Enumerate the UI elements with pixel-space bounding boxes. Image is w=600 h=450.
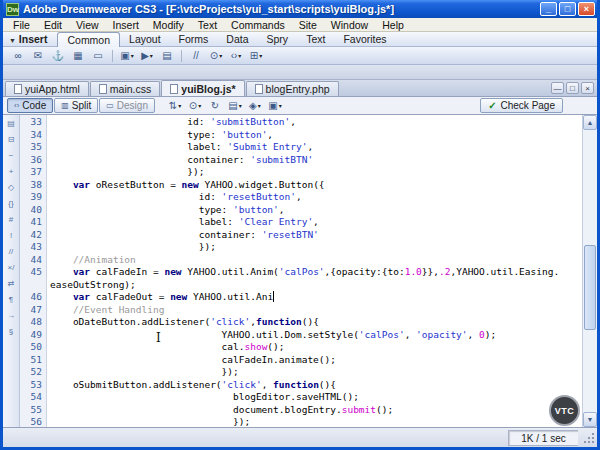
code-line[interactable]: type: 'button', xyxy=(50,129,582,142)
doc-tab-yuiapp-html[interactable]: yuiApp.html xyxy=(5,81,89,96)
insert-tab-text[interactable]: Text xyxy=(297,32,334,46)
menu-item-text[interactable]: Text xyxy=(191,19,224,31)
menu-item-site[interactable]: Site xyxy=(292,19,324,31)
collapse-full-tag-icon[interactable]: ⊟ xyxy=(4,133,18,146)
code-view-button[interactable]: ‹›Code xyxy=(7,98,53,113)
code-line[interactable]: }); xyxy=(50,241,582,254)
named-anchor-icon[interactable]: ⚓ xyxy=(49,48,67,64)
scroll-down-icon[interactable]: ▼ xyxy=(583,412,597,427)
table-icon[interactable]: ▦ xyxy=(69,48,87,64)
resize-grip[interactable] xyxy=(582,430,597,446)
insert-tab-spry[interactable]: Spry xyxy=(258,32,298,46)
code-line[interactable]: calFadeIn.animate(); xyxy=(50,354,582,367)
menu-item-view[interactable]: View xyxy=(69,19,106,31)
code-line[interactable]: id: 'submitButton', xyxy=(50,116,582,129)
code-line[interactable]: container: 'submitBTN' xyxy=(50,154,582,167)
apply-comment-icon[interactable]: // xyxy=(4,245,18,258)
validate-markup-icon[interactable]: ▣▾ xyxy=(266,98,284,114)
scrollbar-thumb[interactable] xyxy=(584,245,596,330)
code-line[interactable]: document.blogEntry.submit(); xyxy=(50,404,582,417)
code-line[interactable]: blogEditor.saveHTML(); xyxy=(50,391,582,404)
menu-item-help[interactable]: Help xyxy=(375,19,411,31)
code-line[interactable]: oDateButton.addListener('click',function… xyxy=(50,316,582,329)
code-line[interactable]: //Animation xyxy=(50,254,582,267)
maximize-button[interactable]: □ xyxy=(559,2,576,16)
indent-icon[interactable]: → xyxy=(4,309,18,322)
remove-comment-icon[interactable]: ×/ xyxy=(4,261,18,274)
doc-tab-main-css[interactable]: main.css xyxy=(90,81,160,96)
format-source-icon[interactable]: § xyxy=(4,325,18,338)
preview-in-browser-icon[interactable]: ⊙▾ xyxy=(186,98,204,114)
code-line[interactable]: label: 'Submit Entry', xyxy=(50,141,582,154)
open-documents-icon[interactable]: ▤ xyxy=(4,117,18,130)
images-icon[interactable]: ▣▾ xyxy=(118,48,136,64)
date-icon[interactable]: ▤ xyxy=(158,48,176,64)
code-line[interactable]: }); xyxy=(50,366,582,379)
code-view[interactable]: ▤⊟−+◇{}#!//×/⇄¶→§ 3334353637383940414243… xyxy=(3,115,597,427)
code-line[interactable]: type: 'button', xyxy=(50,204,582,217)
code-line[interactable]: }); xyxy=(50,166,582,179)
app-icon[interactable]: Dw xyxy=(6,3,19,16)
highlight-invalid-code-icon[interactable]: ! xyxy=(4,229,18,242)
doc-close-icon[interactable]: × xyxy=(581,82,594,94)
close-button[interactable]: × xyxy=(578,2,595,16)
vertical-scrollbar[interactable]: ▲ ▼ xyxy=(582,115,597,427)
menu-item-file[interactable]: File xyxy=(6,19,37,31)
doc-restore-icon[interactable]: □ xyxy=(566,82,579,94)
line-numbers-icon[interactable]: # xyxy=(4,213,18,226)
code-line[interactable]: var calFadeOut = new YAHOO.util.Ani xyxy=(50,291,582,304)
minimize-button[interactable]: _ xyxy=(540,2,557,16)
expand-all-icon[interactable]: + xyxy=(4,165,18,178)
menu-item-edit[interactable]: Edit xyxy=(37,19,69,31)
recent-snippets-icon[interactable]: ¶ xyxy=(4,293,18,306)
doc-tab-blogentry-php[interactable]: blogEntry.php xyxy=(246,81,339,96)
file-management-icon[interactable]: ⇅▾ xyxy=(166,98,184,114)
visual-aids-icon[interactable]: ◈▾ xyxy=(246,98,264,114)
doc-minimize-icon[interactable]: — xyxy=(551,82,564,94)
code-line[interactable]: var oResetButton = new YAHOO.widget.Butt… xyxy=(50,179,582,192)
menu-item-modify[interactable]: Modify xyxy=(146,19,191,31)
check-page-button[interactable]: ✓ Check Page xyxy=(480,98,563,113)
split-view-button[interactable]: ▥Split xyxy=(54,98,98,113)
balance-braces-icon[interactable]: {} xyxy=(4,197,18,210)
insert-tab-favorites[interactable]: Favorites xyxy=(334,32,395,46)
menu-item-window[interactable]: Window xyxy=(324,19,375,31)
code-line[interactable]: container: 'resetBTN' xyxy=(50,229,582,242)
templates-icon[interactable]: ⊞▾ xyxy=(247,48,265,64)
code-lines[interactable]: id: 'submitButton', type: 'button', labe… xyxy=(47,115,582,427)
code-line[interactable]: cal.show(); xyxy=(50,341,582,354)
script-icon[interactable]: ‹›▾ xyxy=(227,48,245,64)
code-line[interactable]: var calFadeIn = new YAHOO.util.Anim('cal… xyxy=(50,266,582,279)
select-parent-tag-icon[interactable]: ◇ xyxy=(4,181,18,194)
scroll-up-icon[interactable]: ▲ xyxy=(583,115,597,130)
code-line[interactable]: oSubmitButton.addListener('click', funct… xyxy=(50,379,582,392)
insert-panel-label[interactable]: ▼ Insert xyxy=(7,33,57,46)
code-line[interactable]: //Event Handling xyxy=(50,304,582,317)
refresh-icon[interactable]: ↻ xyxy=(206,98,224,114)
code-line[interactable]: label: 'Clear Entry', xyxy=(50,216,582,229)
code-line[interactable]: }); xyxy=(50,416,582,427)
title-bar[interactable]: Dw Adobe Dreamweaver CS3 - [F:\vtcProjec… xyxy=(3,0,597,18)
insert-tab-data[interactable]: Data xyxy=(217,32,257,46)
menu-item-insert[interactable]: Insert xyxy=(106,19,146,31)
collapse-selection-icon[interactable]: − xyxy=(4,149,18,162)
doc-tab-yuiblog-js[interactable]: yuiBlog.js* xyxy=(161,80,244,96)
code-token: calFadeIn.animate(); xyxy=(50,354,336,365)
design-view-button[interactable]: ▭Design xyxy=(99,98,155,113)
media-icon[interactable]: ▶▾ xyxy=(138,48,156,64)
code-line[interactable]: easeOutStrong); xyxy=(50,279,582,292)
code-line[interactable]: id: 'resetButton', xyxy=(50,191,582,204)
code-line[interactable]: YAHOO.util.Dom.setStyle('calPos', 'opaci… xyxy=(50,329,582,342)
wrap-tag-icon[interactable]: ⇄ xyxy=(4,277,18,290)
insert-tab-forms[interactable]: Forms xyxy=(170,32,218,46)
hyperlink-icon[interactable]: ∞ xyxy=(9,48,27,64)
insert-tab-common[interactable]: Common xyxy=(57,32,120,47)
scrollbar-track[interactable] xyxy=(583,130,597,412)
insert-div-tag-icon[interactable]: ▭ xyxy=(89,48,107,64)
comment-icon[interactable]: // xyxy=(187,48,205,64)
menu-item-commands[interactable]: Commands xyxy=(224,19,292,31)
view-options-icon[interactable]: ▤▾ xyxy=(226,98,244,114)
email-link-icon[interactable]: ✉ xyxy=(29,48,47,64)
head-icon[interactable]: ⊙▾ xyxy=(207,48,225,64)
insert-tab-layout[interactable]: Layout xyxy=(120,32,170,46)
